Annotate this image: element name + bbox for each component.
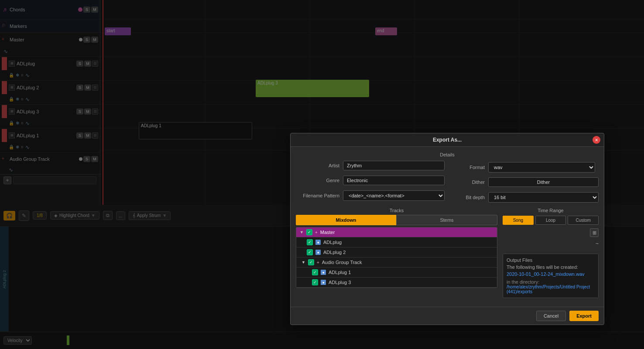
genre-row: Genre bbox=[296, 176, 445, 185]
output-dir-link[interactable]: /home/alex/zrythm/Projects/Untitled Proj… bbox=[507, 285, 595, 294]
time-range-section: Time Range Song Loop Custom bbox=[503, 208, 599, 225]
export-track-adlplug2[interactable]: ✓ ■ ADLplug 2 bbox=[296, 247, 497, 258]
tilde-indicator: ~ bbox=[596, 241, 599, 247]
format-select[interactable]: wav bbox=[488, 162, 595, 173]
mixdown-tab[interactable]: Mixdown bbox=[296, 215, 396, 225]
export-tabs: Mixdown Stems bbox=[296, 215, 497, 225]
grid-table-button[interactable]: ⊞ bbox=[590, 228, 599, 237]
bitdepth-select[interactable]: 16 bit bbox=[488, 192, 599, 203]
artist-input[interactable] bbox=[343, 161, 445, 170]
bitdepth-row: Bit depth 16 bit bbox=[450, 190, 599, 204]
song-range-button[interactable]: Song bbox=[503, 216, 534, 225]
adlplug-type-icon: ■ bbox=[315, 240, 321, 245]
adlplug3-checkbox-export[interactable]: ✓ bbox=[312, 279, 318, 285]
custom-range-button[interactable]: Custom bbox=[568, 216, 599, 225]
artist-label: Artist bbox=[296, 163, 339, 168]
time-range-buttons: Song Loop Custom bbox=[503, 216, 599, 225]
export-track-master[interactable]: ▼ ✓ + Master bbox=[296, 227, 497, 237]
format-row: Format wav bbox=[450, 161, 599, 174]
export-track-list: ▼ ✓ + Master ✓ ■ ADLplug ✓ ■ bbox=[296, 227, 497, 288]
export-master-label: Master bbox=[320, 230, 335, 235]
dialog-title-bar: Export As... ✕ bbox=[291, 133, 604, 147]
export-audio-group-label: Audio Group Track bbox=[322, 260, 362, 265]
audio-group-expand-icon: ▼ bbox=[301, 260, 305, 264]
filename-label: Filename Pattern bbox=[296, 193, 339, 198]
filename-select[interactable]: <date>_<name>.<format> bbox=[343, 190, 445, 201]
dialog-footer: Cancel Export bbox=[291, 307, 604, 325]
master-track-icon: + bbox=[315, 230, 318, 235]
genre-input[interactable] bbox=[343, 176, 445, 185]
dither-value: Dither bbox=[537, 180, 550, 185]
adlplug1-type-icon: ■ bbox=[321, 270, 326, 275]
artist-row: Artist bbox=[296, 161, 445, 170]
export-track-adlplug[interactable]: ✓ ■ ADLplug bbox=[296, 237, 497, 247]
export-track-audio-group[interactable]: ▼ ✓ + Audio Group Track bbox=[296, 258, 497, 268]
bitdepth-label: Bit depth bbox=[450, 195, 485, 200]
stems-tab[interactable]: Stems bbox=[396, 215, 497, 225]
export-track-adlplug3[interactable]: ✓ ■ ADLplug 3 bbox=[296, 278, 497, 288]
master-checkbox[interactable]: ✓ bbox=[306, 229, 312, 235]
adlplug-checkbox[interactable]: ✓ bbox=[307, 239, 313, 245]
export-button[interactable]: Export bbox=[569, 311, 599, 321]
audio-group-type-icon: + bbox=[317, 260, 319, 265]
loop-range-button[interactable]: Loop bbox=[535, 216, 566, 225]
dialog-body: Details Artist Format wav Genre Dither D bbox=[291, 147, 604, 307]
output-files-section: Output Files The following files will be… bbox=[503, 254, 599, 298]
adlplug2-type-icon: ■ bbox=[315, 250, 321, 255]
output-files-desc: The following files will be created: bbox=[507, 264, 595, 270]
audio-group-checkbox[interactable]: ✓ bbox=[308, 259, 314, 265]
dialog-title: Export As... bbox=[433, 137, 462, 143]
dither-row: Dither Dither bbox=[450, 176, 599, 189]
adlplug2-checkbox[interactable]: ✓ bbox=[307, 249, 313, 255]
filename-row: Filename Pattern <date>_<name>.<format> bbox=[296, 190, 445, 201]
adlplug1-checkbox[interactable]: ✓ bbox=[312, 269, 318, 275]
dither-label: Dither bbox=[450, 180, 485, 185]
adlplug3-type-icon-export: ■ bbox=[321, 280, 326, 285]
export-adlplug3-label: ADLplug 3 bbox=[329, 280, 351, 285]
master-expand-icon: ▼ bbox=[300, 230, 304, 234]
tracks-section-title: Tracks bbox=[296, 208, 497, 213]
details-section-title: Details bbox=[296, 152, 599, 157]
export-dialog: Export As... ✕ Details Artist Format wav… bbox=[290, 133, 604, 325]
dialog-close-button[interactable]: ✕ bbox=[593, 136, 600, 144]
genre-label: Genre bbox=[296, 178, 339, 183]
output-dir-desc: in the directory: bbox=[507, 279, 595, 285]
export-adlplug1-label: ADLplug 1 bbox=[329, 270, 351, 275]
export-track-adlplug1[interactable]: ✓ ■ ADLplug 1 bbox=[296, 268, 497, 278]
time-range-title: Time Range bbox=[503, 208, 599, 213]
cancel-button[interactable]: Cancel bbox=[536, 311, 566, 321]
export-adlplug2-label: ADLplug 2 bbox=[323, 250, 346, 255]
output-files-title: Output Files bbox=[507, 258, 595, 263]
format-label: Format bbox=[450, 165, 485, 170]
export-adlplug-label: ADLplug bbox=[323, 240, 342, 245]
output-file-link[interactable]: 2020-10-01_00-12-24_mixdown.wav bbox=[507, 271, 595, 277]
